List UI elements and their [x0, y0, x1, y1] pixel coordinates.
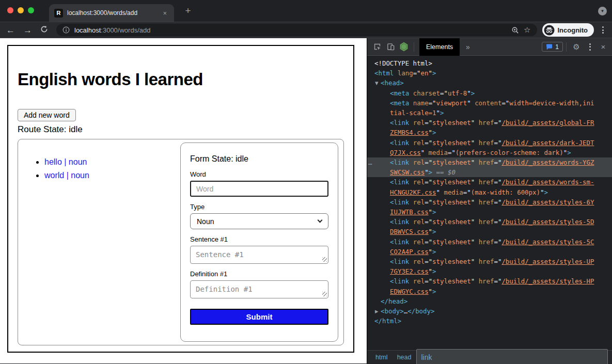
code-line[interactable]: <link rel="stylesheet" href="/build/_ass…: [367, 138, 612, 148]
devtools-menu-icon[interactable]: [583, 43, 597, 51]
inspect-element-icon[interactable]: [370, 42, 384, 51]
url-text[interactable]: localhost:3000/words/add: [74, 26, 507, 34]
code-line[interactable]: <link rel="stylesheet" href="/build/_ass…: [367, 197, 612, 207]
sentence-textarea[interactable]: [190, 246, 328, 264]
code-token: <html: [374, 69, 394, 77]
code-line[interactable]: DBWVCS.css">: [367, 227, 612, 236]
tab-search-button[interactable]: ▼: [598, 7, 607, 15]
code-line[interactable]: EDWGYC.css">: [367, 287, 612, 296]
code-line[interactable]: <meta charset="utf-8">: [367, 88, 612, 98]
code-token: [409, 238, 413, 246]
code-token: rel: [413, 178, 425, 186]
issues-badge[interactable]: 1: [542, 42, 563, 52]
device-toolbar-icon[interactable]: [384, 42, 397, 51]
remix-favicon-icon: R: [54, 9, 63, 18]
code-line[interactable]: <!DOCTYPE html>: [367, 58, 612, 68]
site-info-icon[interactable]: [62, 26, 70, 34]
window-zoom-button[interactable]: [28, 7, 34, 13]
node-icon[interactable]: [397, 42, 411, 52]
code-line[interactable]: <link rel="stylesheet" href="/build/_ass…: [367, 217, 612, 227]
code-token: ": [471, 277, 479, 285]
code-line[interactable]: <link rel="stylesheet" href="/build/_ass…: [367, 118, 612, 128]
tab-elements[interactable]: Elements: [419, 38, 460, 56]
resize-grip-icon[interactable]: [322, 257, 327, 262]
code-line[interactable]: ZEMBS4.css">: [367, 128, 612, 137]
code-token: ": [429, 208, 432, 216]
code-token: href: [479, 119, 494, 126]
code-token: <!DOCTYPE html>: [374, 59, 432, 67]
new-tab-button[interactable]: +: [182, 5, 194, 18]
code-token: (max-width: 600px): [471, 188, 540, 196]
code-token: ": [471, 238, 479, 246]
resize-grip-icon[interactable]: [322, 292, 327, 296]
type-select-value: Noun: [197, 217, 214, 226]
devtools-close-icon[interactable]: ×: [597, 42, 610, 51]
add-new-word-button[interactable]: Add new word: [18, 109, 76, 121]
code-token: <link: [390, 159, 409, 166]
word-link[interactable]: hello | noun: [44, 157, 87, 166]
more-panels-chevron[interactable]: »: [466, 43, 470, 51]
code-line[interactable]: 7GY3E2.css">: [367, 266, 612, 276]
tab-close-icon[interactable]: ×: [161, 8, 169, 18]
code-token: utf-8: [448, 89, 467, 97]
reload-button[interactable]: [40, 25, 48, 35]
code-token: [409, 198, 413, 206]
code-line[interactable]: <link rel="stylesheet" href="/build/_ass…: [367, 257, 612, 266]
code-line[interactable]: tial-scale=1">: [367, 108, 612, 118]
breadcrumb-item[interactable]: link: [416, 349, 608, 364]
code-line[interactable]: <link rel="stylesheet" href="/build/_ass…: [367, 177, 612, 187]
code-line[interactable]: IUJWTB.css">: [367, 207, 612, 217]
code-token: =": [494, 238, 501, 246]
word-link[interactable]: world | noun: [44, 171, 89, 180]
code-line[interactable]: ▼<head>: [367, 78, 612, 88]
code-token: rel: [413, 258, 425, 265]
code-line[interactable]: </html>: [367, 316, 612, 326]
code-token: ": [471, 159, 479, 166]
code-line[interactable]: SWCSW.css"> == $0: [367, 167, 612, 177]
bookmark-star-icon[interactable]: ☆: [524, 25, 530, 35]
window-close-button[interactable]: [7, 7, 13, 13]
line-menu-icon[interactable]: …: [368, 157, 371, 167]
word-input[interactable]: [190, 181, 328, 197]
code-token: =": [494, 159, 501, 166]
code-token: =": [494, 139, 501, 147]
code-line[interactable]: <link rel="stylesheet" href="/build/_ass…: [367, 276, 612, 286]
code-token: href: [479, 277, 494, 285]
code-token: stylesheet: [432, 258, 471, 265]
browser-menu-icon[interactable]: [600, 26, 606, 34]
definition-textarea[interactable]: [190, 280, 328, 298]
forward-button[interactable]: →: [23, 26, 32, 35]
code-token: stylesheet: [432, 119, 471, 126]
expand-arrow-icon[interactable]: ▼: [375, 78, 379, 88]
breadcrumb-item[interactable]: html: [371, 352, 392, 363]
code-line[interactable]: CO2A4P.css">: [367, 247, 612, 257]
code-line[interactable]: Q7JX.css" media="(prefers-color-scheme: …: [367, 148, 612, 157]
toolbar-divider: [566, 42, 567, 52]
address-bar[interactable]: localhost:3000/words/add ☆: [56, 24, 537, 36]
code-token: =": [429, 99, 436, 107]
code-line[interactable]: <html lang="en">: [367, 68, 612, 78]
code-token: >: [432, 69, 436, 77]
type-label: Type: [190, 203, 328, 211]
code-token: >: [440, 109, 444, 117]
type-select[interactable]: Noun: [190, 213, 328, 229]
toolbar-divider: [414, 42, 414, 52]
code-line[interactable]: </head>: [367, 296, 612, 306]
settings-gear-icon[interactable]: ⚙: [570, 42, 583, 52]
code-line[interactable]: <meta name="viewport" content="width=dev…: [367, 98, 612, 108]
browser-tab[interactable]: R localhost:3000/words/add ×: [49, 4, 174, 22]
code-line[interactable]: ▶<body>…</body>: [367, 306, 612, 316]
zoom-icon[interactable]: [511, 26, 519, 34]
code-token: =": [494, 258, 501, 265]
code-token: <head>: [381, 79, 404, 87]
code-line[interactable]: <link rel="stylesheet" href="/build/_ass…: [367, 237, 612, 247]
code-line[interactable]: HCNGU2KF.css" media="(max-width: 600px)"…: [367, 187, 612, 197]
code-token: =": [494, 119, 501, 126]
window-minimize-button[interactable]: [18, 7, 24, 13]
code-line[interactable]: …<link rel="stylesheet" href="/build/_as…: [367, 157, 612, 167]
submit-button[interactable]: Submit: [190, 309, 328, 325]
expand-arrow-icon[interactable]: ▶: [375, 307, 379, 316]
code-token: href: [479, 218, 494, 226]
breadcrumb-item[interactable]: head: [393, 352, 416, 363]
back-button[interactable]: ←: [6, 26, 15, 35]
